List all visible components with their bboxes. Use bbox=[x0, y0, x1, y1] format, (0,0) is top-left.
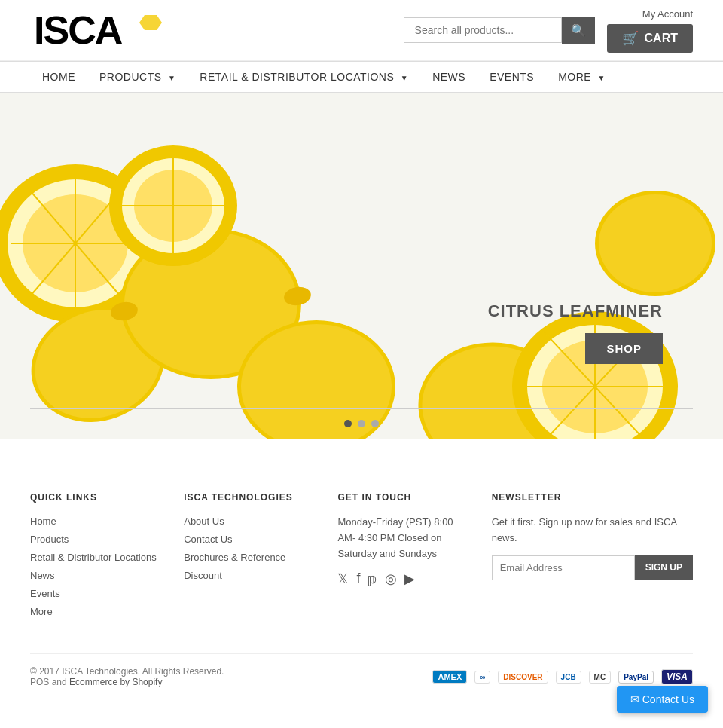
floating-contact-button[interactable]: ✉ Contact Us bbox=[617, 686, 708, 702]
footer-link-about[interactable]: About Us bbox=[184, 515, 224, 527]
footer-link-more[interactable]: More bbox=[30, 606, 53, 617]
nav-item-home[interactable]: HOME bbox=[30, 62, 87, 92]
list-item: Contact Us bbox=[184, 533, 315, 545]
social-links: 𝕏 f 𝕡 ◎ ▶ bbox=[337, 570, 468, 587]
footer-quick-links: QUICK LINKS Home Products Retail & Distr… bbox=[30, 492, 161, 623]
payment-diners: ∞ bbox=[474, 671, 490, 684]
hero-dot-3[interactable] bbox=[371, 420, 379, 427]
newsletter-signup-button[interactable]: SIGN UP bbox=[635, 555, 693, 580]
footer-link-discount[interactable]: Discount bbox=[184, 570, 222, 581]
newsletter-heading: NEWSLETTER bbox=[492, 492, 693, 503]
svg-marker-1 bbox=[139, 15, 162, 30]
list-item: Products bbox=[30, 533, 161, 545]
list-item: Retail & Distributor Locations bbox=[30, 551, 161, 563]
nav-link-more[interactable]: MORE ▼ bbox=[546, 62, 618, 92]
footer-company: ISCA TECHNOLOGIES About Us Contact Us Br… bbox=[184, 492, 315, 623]
list-item: News bbox=[30, 569, 161, 581]
search-area: 🔍 bbox=[404, 17, 595, 44]
newsletter-email-input[interactable] bbox=[492, 555, 635, 580]
footer-link-news[interactable]: News bbox=[30, 570, 55, 581]
header: ISCA 🔍 My Account 🛒 CART bbox=[0, 0, 723, 61]
nav-link-events[interactable]: EVENTS bbox=[477, 62, 546, 92]
instagram-link[interactable]: ◎ bbox=[385, 570, 397, 587]
footer-newsletter: NEWSLETTER Get it first. Sign up now for… bbox=[492, 492, 693, 623]
hero-lemons-svg bbox=[0, 93, 723, 439]
chevron-down-icon: ▼ bbox=[598, 74, 606, 82]
footer: QUICK LINKS Home Products Retail & Distr… bbox=[0, 454, 723, 702]
footer-copyright: © 2017 ISCA Technologies. All Rights Res… bbox=[30, 666, 224, 687]
main-nav: HOME PRODUCTS ▼ RETAIL & DISTRIBUTOR LOC… bbox=[0, 61, 723, 93]
payment-paypal: PayPal bbox=[618, 671, 654, 684]
hero-dots bbox=[344, 420, 379, 427]
nav-item-more[interactable]: MORE ▼ bbox=[546, 62, 618, 92]
hero-section: CITRUS LEAFMINER SHOP bbox=[0, 93, 723, 439]
shop-button[interactable]: SHOP bbox=[585, 333, 663, 364]
business-hours: Monday-Friday (PST) 8:00 AM- 4:30 PM Clo… bbox=[337, 515, 468, 561]
get-in-touch-heading: GET IN TOUCH bbox=[337, 492, 468, 503]
hero-dot-2[interactable] bbox=[358, 420, 365, 427]
nav-item-news[interactable]: NEWS bbox=[420, 62, 477, 92]
svg-text:ISCA: ISCA bbox=[34, 8, 123, 52]
logo[interactable]: ISCA bbox=[30, 8, 166, 53]
chevron-down-icon: ▼ bbox=[401, 74, 408, 82]
list-item: Discount bbox=[184, 569, 315, 581]
svg-point-33 bbox=[599, 194, 712, 292]
hero-divider-line bbox=[30, 408, 693, 409]
footer-link-events[interactable]: Events bbox=[30, 588, 60, 599]
hero-image: CITRUS LEAFMINER SHOP bbox=[0, 93, 723, 439]
list-item: Brochures & Reference bbox=[184, 551, 315, 563]
list-item: About Us bbox=[184, 515, 315, 527]
nav-link-products[interactable]: PRODUCTS ▼ bbox=[87, 62, 188, 92]
payment-jcb: JCB bbox=[556, 671, 581, 684]
company-heading: ISCA TECHNOLOGIES bbox=[184, 492, 315, 503]
cart-button[interactable]: 🛒 CART bbox=[607, 24, 693, 53]
footer-link-products[interactable]: Products bbox=[30, 534, 69, 545]
footer-bottom: © 2017 ISCA Technologies. All Rights Res… bbox=[30, 653, 693, 687]
footer-link-retail-distributor[interactable]: Retail & Distributor Locations bbox=[30, 552, 157, 563]
twitter-link[interactable]: 𝕏 bbox=[337, 570, 349, 587]
quick-links-heading: QUICK LINKS bbox=[30, 492, 161, 503]
payment-amex: AMEX bbox=[432, 670, 467, 684]
facebook-link[interactable]: f bbox=[356, 570, 360, 587]
logo-svg: ISCA bbox=[30, 8, 166, 53]
cart-label: CART bbox=[645, 32, 678, 45]
payment-visa: VISA bbox=[661, 669, 693, 684]
newsletter-description: Get it first. Sign up now for sales and … bbox=[492, 515, 693, 546]
payment-icons: AMEX ∞ DISCOVER JCB MC PayPal VISA bbox=[432, 669, 693, 684]
hero-title: CITRUS LEAFMINER bbox=[488, 301, 663, 321]
footer-link-contact[interactable]: Contact Us bbox=[184, 534, 232, 545]
pinterest-link[interactable]: 𝕡 bbox=[368, 570, 377, 587]
list-item: More bbox=[30, 605, 161, 617]
nav-link-home[interactable]: HOME bbox=[30, 62, 87, 92]
search-input[interactable] bbox=[404, 17, 562, 43]
nav-link-locations[interactable]: RETAIL & DISTRIBUTOR LOCATIONS ▼ bbox=[188, 62, 420, 92]
nav-item-locations[interactable]: RETAIL & DISTRIBUTOR LOCATIONS ▼ bbox=[188, 62, 420, 92]
list-item: Home bbox=[30, 515, 161, 527]
newsletter-form: SIGN UP bbox=[492, 555, 693, 580]
my-account-link[interactable]: My Account bbox=[642, 8, 693, 20]
list-item: Events bbox=[30, 587, 161, 599]
search-button[interactable]: 🔍 bbox=[562, 17, 595, 44]
chevron-down-icon: ▼ bbox=[168, 74, 175, 82]
cart-icon: 🛒 bbox=[622, 30, 639, 47]
footer-contact: GET IN TOUCH Monday-Friday (PST) 8:00 AM… bbox=[337, 492, 468, 623]
shopify-link[interactable]: Ecommerce by Shopify bbox=[69, 677, 162, 687]
footer-link-brochures[interactable]: Brochures & Reference bbox=[184, 552, 285, 563]
youtube-link[interactable]: ▶ bbox=[404, 570, 415, 587]
payment-mastercard: MC bbox=[589, 671, 612, 684]
nav-item-products[interactable]: PRODUCTS ▼ bbox=[87, 62, 188, 92]
footer-grid: QUICK LINKS Home Products Retail & Distr… bbox=[30, 492, 693, 623]
hero-dot-1[interactable] bbox=[344, 420, 352, 427]
nav-link-news[interactable]: NEWS bbox=[420, 62, 477, 92]
footer-link-home[interactable]: Home bbox=[30, 515, 56, 527]
payment-discover: DISCOVER bbox=[498, 671, 548, 684]
nav-item-events[interactable]: EVENTS bbox=[477, 62, 546, 92]
hero-text-area: CITRUS LEAFMINER SHOP bbox=[488, 301, 663, 364]
